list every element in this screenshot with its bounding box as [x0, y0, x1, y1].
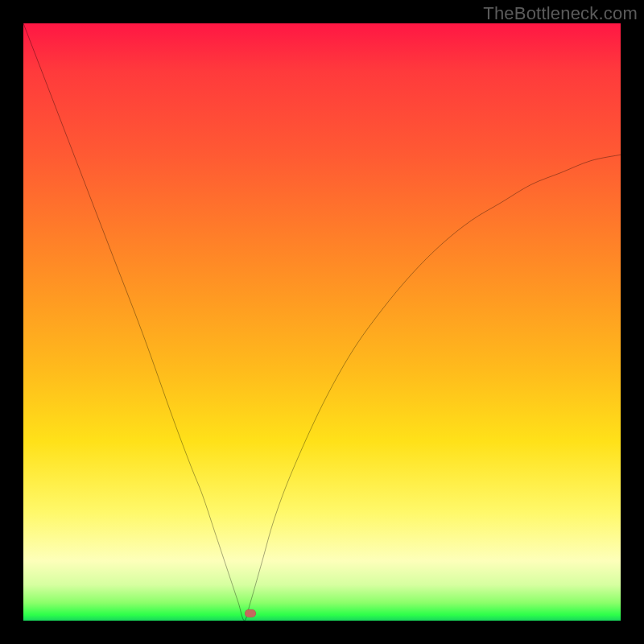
plot-area: [23, 23, 621, 621]
watermark-text: TheBottleneck.com: [483, 3, 638, 24]
chart-frame: TheBottleneck.com: [0, 0, 644, 644]
bottleneck-curve: [23, 23, 621, 621]
minimum-point-marker: [245, 609, 256, 617]
